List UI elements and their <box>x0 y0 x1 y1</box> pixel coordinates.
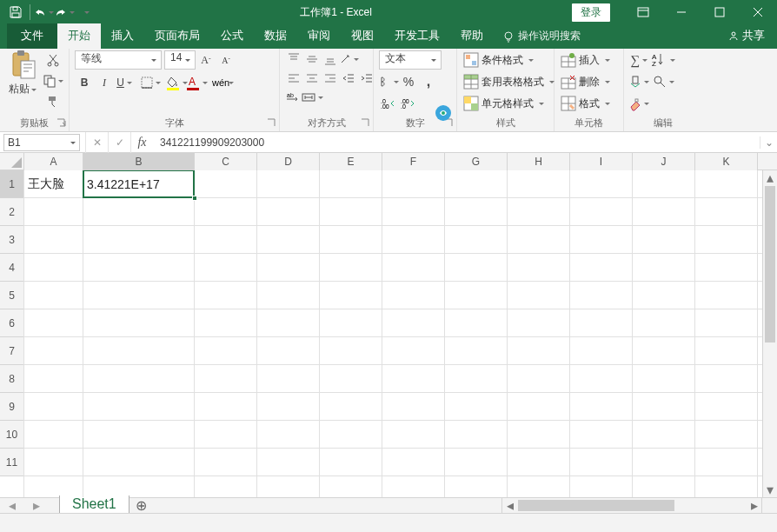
cut-icon[interactable] <box>43 50 63 70</box>
font-size-select[interactable]: 14 <box>164 50 196 70</box>
column-header[interactable]: A <box>24 153 83 170</box>
column-header[interactable]: D <box>257 153 320 170</box>
tab-data[interactable]: 数据 <box>254 23 297 49</box>
column-header[interactable]: B <box>83 153 195 170</box>
maximize-icon[interactable] <box>701 0 739 24</box>
bold-icon[interactable]: B <box>75 73 94 92</box>
redo-icon[interactable] <box>55 3 74 22</box>
phonetic-icon[interactable]: wén <box>213 73 232 92</box>
align-top-icon[interactable] <box>285 50 302 68</box>
tab-formulas[interactable]: 公式 <box>210 23 254 49</box>
align-right-icon[interactable] <box>322 70 339 87</box>
increase-font-icon[interactable]: Aˆ <box>196 50 216 70</box>
clear-icon[interactable] <box>629 94 648 113</box>
add-sheet-icon[interactable]: ⊕ <box>130 497 154 514</box>
row-header[interactable]: 1 <box>0 170 23 198</box>
enter-formula-icon[interactable]: ✓ <box>108 132 130 153</box>
column-header[interactable]: J <box>633 153 695 170</box>
accounting-format-icon[interactable] <box>379 72 398 91</box>
undo-icon[interactable] <box>34 3 53 22</box>
tell-me-search[interactable]: 操作说明搜索 <box>494 29 589 49</box>
increase-decimal-icon[interactable]: .0.00 <box>379 94 398 113</box>
scroll-down-icon[interactable]: ▾ <box>763 482 777 497</box>
decrease-decimal-icon[interactable]: .00.0 <box>399 94 418 113</box>
autosum-icon[interactable]: ∑ <box>629 50 648 70</box>
copy-icon[interactable] <box>43 71 63 90</box>
insert-cells-button[interactable]: 插入 <box>560 50 612 70</box>
delete-cells-button[interactable]: 删除 <box>560 72 612 91</box>
column-header[interactable]: H <box>508 153 570 170</box>
align-left-icon[interactable] <box>285 70 302 87</box>
column-header[interactable]: F <box>382 153 445 170</box>
cell[interactable]: 3.41221E+17 <box>83 170 195 198</box>
vertical-scrollbar[interactable]: ▴ ▾ <box>762 170 777 497</box>
tab-review[interactable]: 审阅 <box>297 23 341 49</box>
row-header[interactable]: 2 <box>0 198 23 226</box>
row-header[interactable]: 3 <box>0 226 23 254</box>
name-box[interactable]: B1 <box>3 134 80 151</box>
paste-button[interactable]: 粘贴 <box>5 50 40 96</box>
scrollbar-thumb[interactable] <box>518 500 674 511</box>
decrease-indent-icon[interactable] <box>340 70 357 87</box>
sheet-tab-active[interactable]: Sheet1 <box>59 495 130 515</box>
scroll-right-icon[interactable]: ▸ <box>747 498 761 513</box>
conditional-formatting-button[interactable]: 条件格式 <box>462 50 535 70</box>
minimize-icon[interactable] <box>662 0 701 24</box>
horizontal-scrollbar[interactable]: ◂ ▸ <box>501 498 762 513</box>
scroll-left-icon[interactable]: ◂ <box>502 498 517 513</box>
row-header[interactable]: 10 <box>0 421 23 449</box>
tab-insert[interactable]: 插入 <box>101 23 144 49</box>
column-header[interactable]: E <box>320 153 382 170</box>
decrease-font-icon[interactable]: Aˇ <box>216 50 236 70</box>
cancel-formula-icon[interactable]: ✕ <box>85 132 108 153</box>
scrollbar-thumb[interactable] <box>765 186 775 342</box>
format-cells-button[interactable]: 格式 <box>560 94 612 113</box>
cells-area[interactable]: 王大脸3.41221E+17 <box>24 170 762 497</box>
row-header[interactable]: 8 <box>0 365 23 393</box>
dialog-launcher-icon[interactable] <box>361 118 371 129</box>
qat-customize-icon[interactable] <box>76 3 95 22</box>
expand-formula-bar-icon[interactable]: ⌄ <box>760 136 777 149</box>
scroll-up-icon[interactable]: ▴ <box>763 170 777 185</box>
column-header[interactable]: K <box>695 153 758 170</box>
ribbon-options-icon[interactable] <box>624 0 662 24</box>
row-header[interactable]: 4 <box>0 254 23 282</box>
formula-bar-input[interactable]: 341221199909203000 <box>153 136 760 149</box>
insert-function-icon[interactable]: fx <box>130 132 153 153</box>
tab-view[interactable]: 视图 <box>341 23 384 49</box>
dialog-launcher-icon[interactable] <box>56 118 67 129</box>
border-icon[interactable] <box>141 73 160 92</box>
tab-page-layout[interactable]: 页面布局 <box>144 23 210 49</box>
cell[interactable]: 王大脸 <box>24 170 83 198</box>
tab-home[interactable]: 开始 <box>57 23 101 49</box>
select-all-button[interactable] <box>0 153 24 170</box>
row-header[interactable]: 5 <box>0 282 23 309</box>
merge-center-icon[interactable] <box>303 89 321 106</box>
column-header[interactable]: G <box>445 153 508 170</box>
file-tab[interactable]: 文件 <box>7 23 57 49</box>
tab-help[interactable]: 帮助 <box>450 23 494 49</box>
align-center-icon[interactable] <box>303 70 321 87</box>
format-painter-icon[interactable] <box>43 92 63 111</box>
wrap-text-icon[interactable]: ab <box>285 89 302 106</box>
font-name-select[interactable]: 等线 <box>75 50 162 70</box>
italic-icon[interactable]: I <box>95 73 114 92</box>
increase-indent-icon[interactable] <box>358 70 375 87</box>
cell-styles-button[interactable]: 单元格样式 <box>462 94 546 113</box>
close-icon[interactable] <box>739 0 777 24</box>
format-as-table-button[interactable]: 套用表格格式 <box>462 72 556 91</box>
column-header[interactable]: C <box>195 153 257 170</box>
row-header[interactable]: 6 <box>0 309 23 337</box>
fill-color-icon[interactable] <box>167 73 186 92</box>
orientation-icon[interactable] <box>340 50 357 68</box>
comma-icon[interactable]: , <box>419 72 438 91</box>
column-header[interactable]: I <box>570 153 633 170</box>
dialog-launcher-icon[interactable] <box>267 118 277 129</box>
row-header[interactable]: 9 <box>0 393 23 421</box>
save-icon[interactable] <box>5 2 26 23</box>
share-button[interactable]: 共享 <box>716 23 777 49</box>
percent-icon[interactable]: % <box>399 72 418 91</box>
tab-developer[interactable]: 开发工具 <box>384 23 450 49</box>
row-header[interactable]: 11 <box>0 449 23 476</box>
find-select-icon[interactable] <box>654 72 673 91</box>
